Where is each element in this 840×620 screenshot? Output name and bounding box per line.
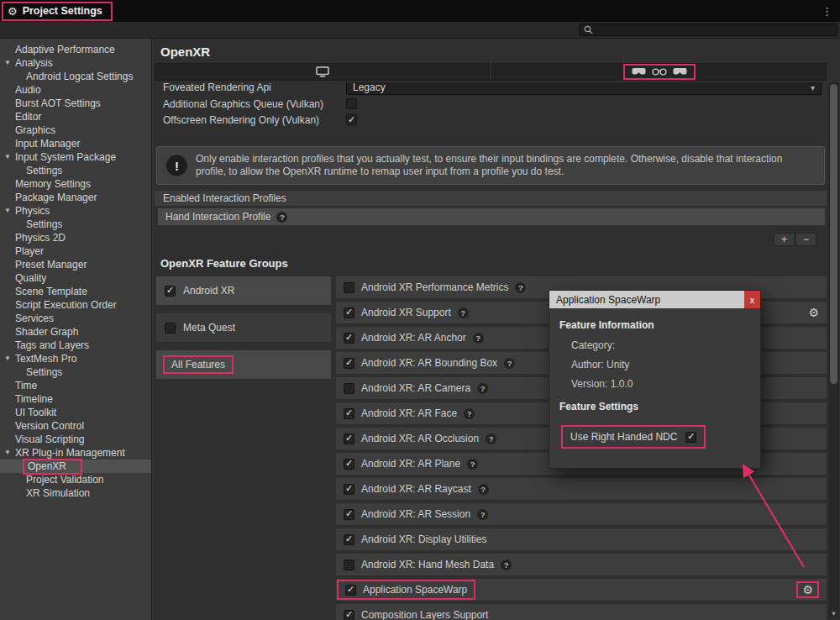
sidebar-item-graphics[interactable]: Graphics xyxy=(0,123,151,137)
checkbox[interactable] xyxy=(344,333,354,344)
feature-settings-gear-icon[interactable]: ⚙ xyxy=(808,307,819,318)
checkbox[interactable] xyxy=(344,509,354,520)
kebab-menu-icon[interactable]: ⋮ xyxy=(822,5,832,18)
popup-titlebar[interactable]: Application SpaceWarp x xyxy=(549,291,760,308)
vertical-scrollbar[interactable]: ▾ xyxy=(828,82,839,619)
sidebar-item-shader-graph[interactable]: Shader Graph xyxy=(0,325,151,339)
search-box[interactable] xyxy=(579,24,837,36)
sidebar-item-project-validation[interactable]: Project Validation xyxy=(0,473,151,486)
foveated-api-dropdown[interactable]: Legacy ▾ xyxy=(346,82,822,95)
scrollbar-thumb[interactable] xyxy=(830,84,837,384)
checkbox[interactable] xyxy=(346,114,357,125)
sidebar-item-tags-and-layers[interactable]: Tags and Layers xyxy=(0,339,151,352)
checkbox[interactable] xyxy=(344,358,354,369)
checkbox[interactable] xyxy=(344,459,354,470)
checkbox[interactable] xyxy=(165,286,176,297)
hand-interaction-profile-row[interactable]: Hand Interaction Profile ? xyxy=(158,208,825,225)
sidebar-item-analysis[interactable]: ▼Analysis xyxy=(0,56,151,70)
display-icon xyxy=(316,66,329,77)
sidebar-item-physics[interactable]: ▼Physics xyxy=(0,204,151,218)
checkbox[interactable] xyxy=(344,610,354,620)
help-icon[interactable]: ? xyxy=(473,333,484,344)
feature-settings-gear-icon[interactable]: ⚙ xyxy=(802,584,813,596)
help-icon[interactable]: ? xyxy=(504,358,515,369)
sidebar-item-xr-plugin-management[interactable]: ▼XR Plug-in Management xyxy=(0,446,151,460)
sidebar-item-textmesh-settings[interactable]: Settings xyxy=(0,365,151,379)
sidebar-item-timeline[interactable]: Timeline xyxy=(0,392,151,406)
sidebar-item-physics-2d[interactable]: Physics 2D xyxy=(0,231,151,244)
sidebar-item-adaptive-performance[interactable]: Adaptive Performance xyxy=(0,43,151,56)
help-icon[interactable]: ? xyxy=(478,484,489,495)
scroll-down-arrow-icon[interactable]: ▾ xyxy=(828,608,839,619)
sidebar-item-physics-settings[interactable]: Settings xyxy=(0,218,151,231)
sidebar-item-services[interactable]: Services xyxy=(0,312,151,325)
checkbox[interactable] xyxy=(344,560,354,570)
sidebar-item-textmesh-pro[interactable]: ▼TextMesh Pro xyxy=(0,352,151,365)
foldout-icon[interactable]: ▼ xyxy=(4,204,11,218)
sidebar-item-quality[interactable]: Quality xyxy=(0,271,151,285)
foldout-icon[interactable]: ▼ xyxy=(4,56,11,70)
enabled-profiles-header: Enabled Interaction Profiles xyxy=(155,191,827,206)
tab-xr-android[interactable] xyxy=(491,63,827,81)
checkbox[interactable] xyxy=(345,585,356,596)
sidebar-item-input-system-settings[interactable]: Settings xyxy=(0,164,151,177)
sidebar-item-editor[interactable]: Editor xyxy=(0,110,151,123)
help-icon[interactable]: ? xyxy=(464,408,475,419)
sidebar-item-version-control[interactable]: Version Control xyxy=(0,419,151,433)
sidebar-item-player[interactable]: Player xyxy=(0,244,151,258)
sidebar-item-preset-manager[interactable]: Preset Manager xyxy=(0,258,151,271)
group-android-xr[interactable]: Android XR xyxy=(156,276,331,305)
feature-row-composition-layers[interactable]: Composition Layers Support xyxy=(336,604,827,620)
sidebar-item-script-execution-order[interactable]: Script Execution Order xyxy=(0,298,151,312)
use-right-handed-ndc-setting[interactable]: Use Right Handed NDC xyxy=(561,425,706,449)
sidebar-item-openxr[interactable]: OpenXR xyxy=(0,460,151,473)
checkbox[interactable] xyxy=(344,433,354,444)
tab-pc-standalone[interactable] xyxy=(155,63,490,81)
sidebar-item-input-system-package[interactable]: ▼Input System Package xyxy=(0,150,151,164)
checkbox[interactable] xyxy=(344,534,354,545)
foldout-icon[interactable]: ▼ xyxy=(4,352,11,365)
add-profile-button[interactable]: + xyxy=(774,233,795,246)
remove-profile-button[interactable]: − xyxy=(795,233,816,246)
sidebar-item-input-manager[interactable]: Input Manager xyxy=(0,137,151,150)
checkbox[interactable] xyxy=(344,408,354,419)
feature-row-application-spacewarp[interactable]: Application SpaceWarp ⚙ xyxy=(336,579,827,601)
feature-row-display-utilities[interactable]: Android XR: Display Utilities xyxy=(336,528,827,550)
checkbox[interactable] xyxy=(344,484,354,495)
feature-row-ar-session[interactable]: Android XR: AR Session ? xyxy=(336,503,827,525)
sidebar-item-scene-template[interactable]: Scene Template xyxy=(0,285,151,298)
help-icon[interactable]: ? xyxy=(467,459,478,470)
help-icon[interactable]: ? xyxy=(477,383,488,394)
help-icon[interactable]: ? xyxy=(458,307,469,318)
help-icon[interactable]: ? xyxy=(515,282,526,293)
sidebar-item-android-logcat-settings[interactable]: Android Logcat Settings xyxy=(0,70,151,83)
sidebar-item-visual-scripting[interactable]: Visual Scripting xyxy=(0,433,151,446)
sidebar-item-burst-aot-settings[interactable]: Burst AOT Settings xyxy=(0,97,151,110)
feature-row-hand-mesh-data[interactable]: Android XR: Hand Mesh Data ? xyxy=(336,554,827,575)
sidebar-item-time[interactable]: Time xyxy=(0,379,151,392)
sidebar-item-package-manager[interactable]: Package Manager xyxy=(0,191,151,204)
checkbox[interactable] xyxy=(346,98,357,109)
help-icon[interactable]: ? xyxy=(486,433,496,444)
property-label: Offscreen Rendering Only (Vulkan) xyxy=(163,114,346,126)
help-icon[interactable]: ? xyxy=(276,212,287,223)
property-label: Additional Graphics Queue (Vulkan) xyxy=(163,98,346,110)
checkbox[interactable] xyxy=(165,323,176,334)
checkbox[interactable] xyxy=(685,432,696,443)
foldout-icon[interactable]: ▼ xyxy=(4,150,11,164)
foldout-icon[interactable]: ▼ xyxy=(4,446,11,460)
sidebar-item-xr-simulation[interactable]: XR Simulation xyxy=(0,486,151,500)
sidebar-item-ui-toolkit[interactable]: UI Toolkit xyxy=(0,406,151,419)
close-icon[interactable]: x xyxy=(744,291,760,308)
search-input[interactable] xyxy=(596,25,832,35)
checkbox[interactable] xyxy=(344,383,354,394)
checkbox[interactable] xyxy=(344,282,354,293)
help-icon[interactable]: ? xyxy=(477,509,488,520)
sidebar-item-audio[interactable]: Audio xyxy=(0,83,151,97)
feature-row-ar-raycast[interactable]: Android XR: AR Raycast ? xyxy=(336,478,827,500)
group-all-features[interactable]: All Features xyxy=(156,350,331,379)
help-icon[interactable]: ? xyxy=(501,560,512,570)
sidebar-item-memory-settings[interactable]: Memory Settings xyxy=(0,177,151,191)
checkbox[interactable] xyxy=(344,307,354,318)
group-meta-quest[interactable]: Meta Quest xyxy=(156,313,331,342)
